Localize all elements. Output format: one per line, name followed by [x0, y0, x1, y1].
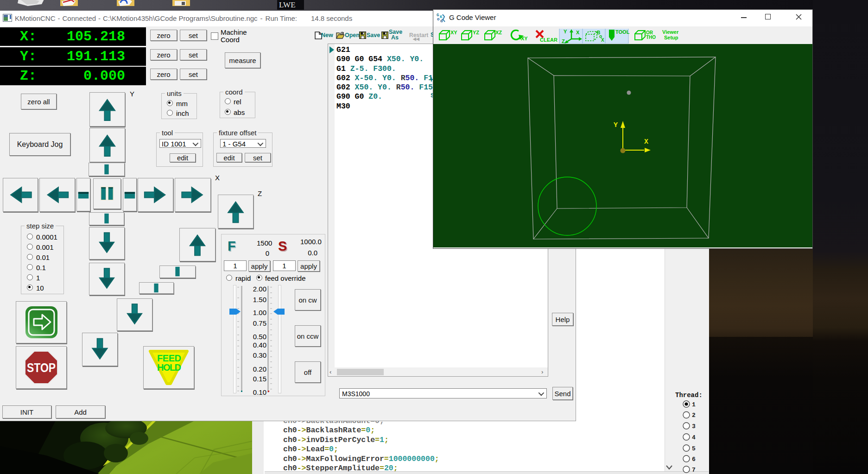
svg-text:STOP: STOP [27, 361, 56, 375]
svg-text:2: 2 [692, 412, 696, 419]
svg-text:7: 7 [692, 467, 696, 474]
svg-text:X: X [644, 138, 648, 146]
svg-text:d: d [440, 19, 443, 23]
svg-text:4: 4 [692, 434, 696, 441]
svg-text:YZ: YZ [473, 30, 479, 35]
svg-text:Z: Z [562, 38, 565, 44]
svg-text:X: X [601, 38, 604, 43]
svg-text:XZ: XZ [495, 30, 502, 35]
svg-text:THO: THO [646, 35, 656, 40]
svg-text:o: o [437, 17, 439, 22]
svg-text:3: 3 [692, 423, 696, 430]
svg-text:Viewer: Viewer [662, 29, 679, 35]
svg-text:Y: Y [564, 29, 567, 34]
svg-text:CLEAR: CLEAR [540, 37, 558, 43]
svg-text:Setup: Setup [664, 35, 678, 40]
svg-text:X: X [576, 30, 580, 35]
svg-text:6: 6 [692, 456, 696, 463]
svg-text:TOOL: TOOL [615, 29, 630, 35]
svg-text:LWE: LWE [279, 0, 296, 9]
svg-text:HOLD: HOLD [157, 362, 181, 373]
svg-text:Y: Y [614, 121, 618, 129]
svg-text:XY: XY [450, 30, 457, 35]
svg-text:1: 1 [692, 401, 696, 408]
svg-text:XY: XY [521, 36, 528, 41]
svg-text:FEED: FEED [157, 353, 181, 363]
svg-text:5: 5 [692, 445, 696, 452]
